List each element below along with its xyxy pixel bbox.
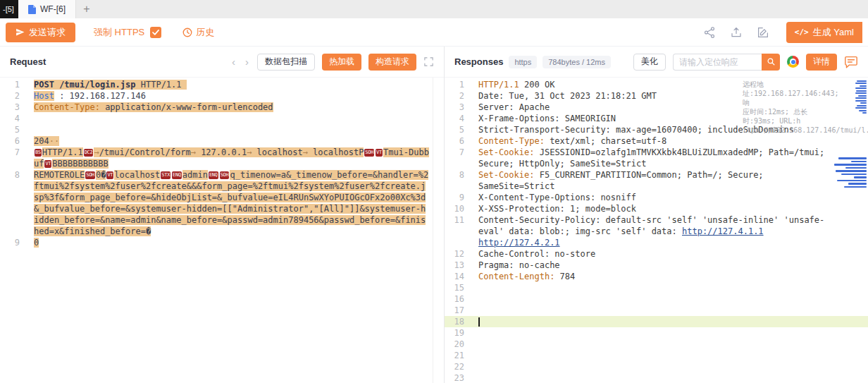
force-https-label[interactable]: 强制 HTTPS — [94, 26, 144, 39]
line-number: 2 — [445, 90, 469, 102]
hot-reload-button[interactable]: 热加载 — [322, 54, 361, 71]
line-number: 1 — [0, 79, 24, 90]
code-line[interactable]: 14Content-Length: 784 — [445, 271, 868, 282]
request-scrollbar-track — [433, 78, 433, 383]
code-content — [469, 305, 868, 316]
line-number: 7 — [0, 147, 24, 169]
line-number: 8 — [0, 169, 24, 237]
line-number: 17 — [445, 305, 469, 316]
code-line[interactable]: 8REMOTEROLESOH0�VTlocalhostSTXENQadminEN… — [0, 169, 444, 237]
control-char-badge: SOH — [364, 149, 374, 157]
export-icon[interactable] — [730, 26, 743, 39]
code-line[interactable]: 7BSHTTP/1.1DC2→/tmui/Control/form→ 127.0… — [0, 147, 444, 169]
code-line[interactable]: 5 — [0, 124, 444, 135]
control-char-badge: ENQ — [209, 171, 218, 179]
new-tab-button[interactable]: + — [76, 0, 97, 18]
packet-scan-button[interactable]: 数据包扫描 — [257, 54, 315, 71]
code-line[interactable]: 23 — [445, 372, 868, 383]
code-content — [469, 282, 868, 293]
code-content: X-XSS-Protection: 1; mode=block — [469, 203, 868, 214]
code-line[interactable]: 7Set-Cookie: JSESSIONID=ozlafg1mTMVKXkbk… — [445, 147, 868, 169]
line-number: 13 — [445, 260, 469, 271]
line-number: 7 — [445, 147, 469, 169]
minimap[interactable] — [831, 79, 867, 383]
request-header: Request ‹ › 数据包扫描 热加载 构造请求 — [0, 47, 444, 78]
file-icon — [28, 5, 36, 14]
generate-yaml-label: 生成 Yaml — [813, 26, 854, 39]
code-content — [469, 350, 868, 361]
code-content: 0 — [24, 237, 444, 248]
share-icon[interactable] — [703, 26, 716, 39]
search-button[interactable] — [762, 54, 780, 71]
control-char-badge: BS — [35, 149, 42, 157]
send-request-label: 发送请求 — [29, 26, 66, 39]
window-corner-label: -[5] — [0, 0, 18, 18]
line-number: 5 — [445, 124, 469, 135]
meta-timing: 应时间:12ms; 总长时:93ms; URL:h — [743, 107, 827, 126]
send-request-button[interactable]: 发送请求 — [6, 23, 75, 42]
code-line[interactable]: 11Content-Security-Policy: default-src '… — [445, 214, 868, 248]
chat-icon[interactable] — [844, 56, 858, 68]
code-line[interactable]: 6Content-Type: text/xml; charset=utf-8 — [445, 135, 868, 147]
send-icon — [16, 28, 25, 37]
code-line[interactable]: 8Set-Cookie: F5_CURRENT_PARTITION=Common… — [445, 169, 868, 192]
code-content — [469, 327, 868, 339]
code-line[interactable]: 9X-Content-Type-Options: nosniff — [445, 192, 868, 203]
code-line[interactable]: 10X-XSS-Protection: 1; mode=block — [445, 203, 868, 214]
code-line[interactable]: 2Host : 192.168.127.146 — [0, 90, 444, 102]
code-content — [469, 293, 868, 305]
force-https-checkbox[interactable] — [150, 27, 161, 38]
line-number: 5 — [0, 124, 24, 135]
open-in-browser-icon[interactable] — [787, 56, 799, 68]
generate-yaml-button[interactable]: </> 生成 Yaml — [786, 22, 862, 43]
code-content: Content-Type: application/x-www-form-url… — [24, 102, 444, 113]
code-line[interactable]: 4 — [0, 113, 444, 124]
code-line[interactable]: 90 — [0, 237, 444, 248]
code-line[interactable]: 1POST /tmui/login.jsp HTTP/1.1 — [0, 79, 444, 90]
minimap-cluster — [831, 157, 867, 188]
code-content: Pragma: no-cache — [469, 260, 868, 271]
code-content: X-Content-Type-Options: nosniff — [469, 192, 868, 203]
code-line[interactable]: 15 — [445, 282, 868, 293]
code-line[interactable]: 20 — [445, 339, 868, 350]
chevron-right-icon[interactable]: › — [244, 56, 250, 67]
search-input[interactable] — [673, 54, 762, 71]
tab-bar: -[5] WF-[6] + — [0, 0, 868, 18]
details-button[interactable]: 详情 — [806, 54, 837, 71]
code-content: 204·· — [24, 135, 444, 147]
code-line[interactable]: 6204·· — [0, 135, 444, 147]
code-line[interactable]: 3Content-Type: application/x-www-form-ur… — [0, 102, 444, 113]
code-line[interactable]: 17 — [445, 305, 868, 316]
tab-webfuzzer[interactable]: WF-[6] — [18, 0, 76, 18]
line-number: 15 — [445, 282, 469, 293]
text-cursor — [478, 317, 480, 327]
code-line[interactable]: 13Pragma: no-cache — [445, 260, 868, 271]
line-number: 22 — [445, 361, 469, 372]
line-number: 6 — [0, 135, 24, 147]
code-line[interactable]: 19 — [445, 327, 868, 339]
control-char-badge: SOH — [85, 171, 95, 179]
code-line[interactable]: 22 — [445, 361, 868, 372]
request-editor[interactable]: 1POST /tmui/login.jsp HTTP/1.1 2Host : 1… — [0, 78, 444, 383]
code-line[interactable]: 16 — [445, 293, 868, 305]
construct-request-button[interactable]: 构造请求 — [368, 54, 416, 71]
beautify-button[interactable]: 美化 — [633, 54, 666, 71]
code-line[interactable]: 12Cache-Control: no-store — [445, 248, 868, 260]
code-line[interactable]: 18 — [445, 316, 868, 327]
response-editor[interactable]: 1HTTP/1.1 200 OK2Date: Tue, 31 Oct 2023 … — [445, 78, 868, 383]
tab-label: WF-[6] — [40, 4, 66, 14]
response-meta-info: 远程地址:192.168.127.146:443; 响 应时间:12ms; 总长… — [743, 80, 827, 135]
code-line[interactable]: 21 — [445, 350, 868, 361]
chevron-left-icon[interactable]: ‹ — [230, 56, 237, 67]
history-button[interactable]: 历史 — [182, 26, 214, 39]
history-label: 历史 — [196, 26, 214, 39]
code-content — [469, 361, 868, 372]
line-number: 19 — [445, 327, 469, 339]
fullscreen-icon[interactable] — [423, 56, 434, 67]
code-content — [469, 372, 868, 383]
line-number: 23 — [445, 372, 469, 383]
size-time-badge: 784bytes / 12ms — [542, 56, 611, 68]
meta-remote-address: 远程地址:192.168.127.146:443; 响 — [743, 80, 827, 107]
response-panel: Responses https 784bytes / 12ms 美化 详情 — [445, 47, 868, 383]
edit-icon[interactable] — [757, 26, 769, 39]
